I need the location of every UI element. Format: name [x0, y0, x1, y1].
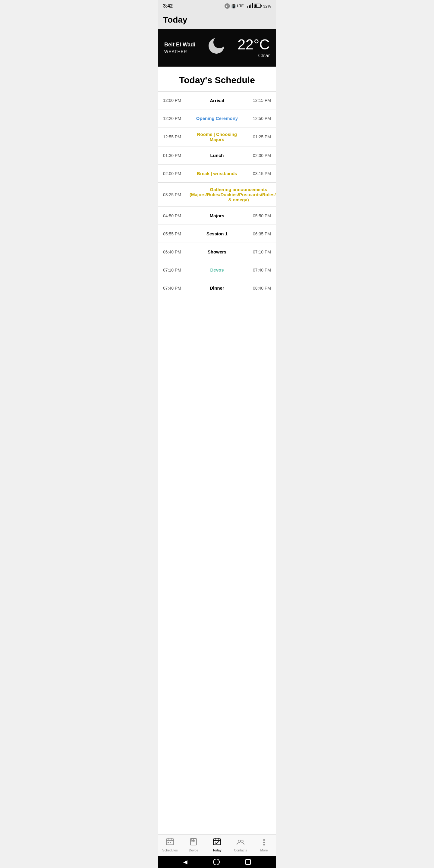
event-name: Devos	[187, 267, 247, 273]
event-end-time: 12:15 PM	[247, 98, 271, 103]
schedule-row[interactable]: 03:25 PM Gathering announcements (Majors…	[158, 183, 276, 207]
event-name: Rooms | Choosing Majors	[187, 132, 247, 142]
event-start-time: 07:10 PM	[163, 268, 187, 273]
event-end-time: 01:25 PM	[247, 134, 271, 139]
event-start-time: 04:50 PM	[163, 213, 187, 218]
event-end-time: 07:40 PM	[247, 268, 271, 273]
svg-rect-6	[261, 5, 261, 7]
svg-rect-14	[167, 842, 169, 843]
event-end-time: 03:15 PM	[247, 171, 271, 176]
svg-text:LTE: LTE	[237, 4, 244, 8]
lte-signal-icon: LTE	[237, 3, 246, 9]
bottom-nav: Schedules Devos Today Contacts	[158, 834, 276, 856]
devos-nav-label: Devos	[189, 848, 198, 852]
weather-moon-icon	[207, 36, 226, 59]
schedule-list: 12:00 PM Arrival 12:15 PM 12:20 PM Openi…	[158, 91, 276, 297]
today-nav-icon	[213, 838, 221, 847]
event-end-time: 06:35 PM	[247, 231, 271, 236]
more-nav-label: More	[260, 848, 268, 852]
svg-point-26	[264, 841, 265, 843]
svg-rect-19	[213, 839, 221, 845]
svg-point-9	[213, 36, 225, 48]
svg-rect-7	[254, 4, 256, 7]
event-start-time: 12:55 PM	[163, 134, 187, 139]
status-time: 3:42	[163, 3, 173, 9]
svg-rect-4	[252, 3, 253, 8]
more-nav-icon	[260, 838, 268, 847]
weather-banner: Beit El Wadi WEATHER 22°C Clear	[158, 29, 276, 67]
event-start-time: 07:40 PM	[163, 286, 187, 290]
nav-item-today[interactable]: Today	[205, 838, 229, 852]
battery-icon	[254, 4, 262, 9]
event-start-time: 06:40 PM	[163, 250, 187, 254]
schedule-row: 07:40 PM Dinner 08:40 PM	[158, 279, 276, 297]
recents-button[interactable]	[245, 859, 251, 865]
event-name: Showers	[187, 249, 247, 254]
nav-item-more[interactable]: More	[252, 838, 276, 852]
android-nav-bar: ◀	[158, 856, 276, 868]
schedules-nav-label: Schedules	[162, 848, 178, 852]
status-bar: 3:42 P 📳 LTE 32%	[158, 0, 276, 12]
contacts-nav-icon	[236, 838, 245, 847]
event-end-time: 12:50 PM	[247, 116, 271, 121]
page-title: Today	[163, 15, 271, 25]
schedules-nav-icon	[166, 838, 174, 847]
schedule-row: 06:40 PM Showers 07:10 PM	[158, 243, 276, 261]
svg-point-25	[264, 839, 265, 841]
event-end-time: 05:50 PM	[247, 213, 271, 218]
event-name: Dinner	[187, 285, 247, 290]
event-name: Majors	[187, 213, 247, 218]
event-name: Arrival	[187, 98, 247, 103]
svg-rect-15	[170, 842, 171, 843]
home-button[interactable]	[213, 859, 220, 865]
schedule-row: 12:00 PM Arrival 12:15 PM	[158, 91, 276, 110]
schedule-row: 05:55 PM Session 1 06:35 PM	[158, 225, 276, 243]
event-name: Opening Ceremony	[187, 116, 247, 121]
svg-point-24	[241, 840, 243, 842]
schedule-row: 01:30 PM Lunch 02:00 PM	[158, 147, 276, 164]
weather-location-name: Beit El Wadi	[164, 41, 195, 48]
weather-location: Beit El Wadi WEATHER	[164, 41, 195, 54]
svg-point-27	[264, 844, 265, 845]
svg-rect-2	[249, 5, 250, 8]
event-start-time: 02:00 PM	[163, 171, 187, 176]
signal-bars-icon	[247, 3, 253, 9]
weather-temperature: 22°C	[238, 37, 270, 52]
schedule-row[interactable]: 12:55 PM Rooms | Choosing Majors 01:25 P…	[158, 127, 276, 147]
svg-rect-3	[250, 4, 251, 8]
event-end-time: 07:10 PM	[247, 250, 271, 254]
main-content: Today's Schedule 12:00 PM Arrival 12:15 …	[158, 67, 276, 868]
event-start-time: 12:00 PM	[163, 98, 187, 103]
weather-condition: Clear	[238, 53, 270, 59]
event-start-time: 05:55 PM	[163, 231, 187, 236]
schedule-row: 04:50 PM Majors 05:50 PM	[158, 207, 276, 225]
devos-nav-icon	[189, 838, 198, 847]
status-icons: P 📳 LTE 32%	[224, 3, 271, 9]
vibrate-icon: 📳	[231, 4, 236, 8]
event-start-time: 12:20 PM	[163, 116, 187, 121]
nav-item-contacts[interactable]: Contacts	[229, 838, 252, 852]
back-button[interactable]: ◀	[183, 859, 187, 865]
battery-percent: 32%	[263, 4, 271, 8]
schedule-row[interactable]: 12:20 PM Opening Ceremony 12:50 PM	[158, 110, 276, 127]
event-name: Session 1	[187, 231, 247, 236]
event-start-time: 03:25 PM	[163, 192, 187, 197]
weather-label: WEATHER	[164, 49, 195, 54]
event-start-time: 01:30 PM	[163, 153, 187, 158]
schedule-row[interactable]: 02:00 PM Break | wristbands 03:15 PM	[158, 164, 276, 183]
weather-temp-section: 22°C Clear	[238, 37, 270, 59]
event-name: Break | wristbands	[187, 171, 247, 176]
svg-rect-1	[247, 6, 248, 8]
event-end-time: 08:40 PM	[247, 286, 271, 290]
header: Today	[158, 12, 276, 29]
event-name: Lunch	[187, 153, 247, 158]
schedule-row[interactable]: 07:10 PM Devos 07:40 PM	[158, 261, 276, 279]
nav-item-schedules[interactable]: Schedules	[158, 838, 182, 852]
schedule-title: Today's Schedule	[158, 67, 276, 91]
event-end-time: 02:00 PM	[247, 153, 271, 158]
svg-point-23	[238, 840, 241, 842]
nav-item-devos[interactable]: Devos	[182, 838, 205, 852]
parking-icon: P	[224, 3, 230, 9]
contacts-nav-label: Contacts	[234, 848, 247, 852]
event-name: Gathering announcements (Majors/Rules/Du…	[187, 187, 276, 202]
